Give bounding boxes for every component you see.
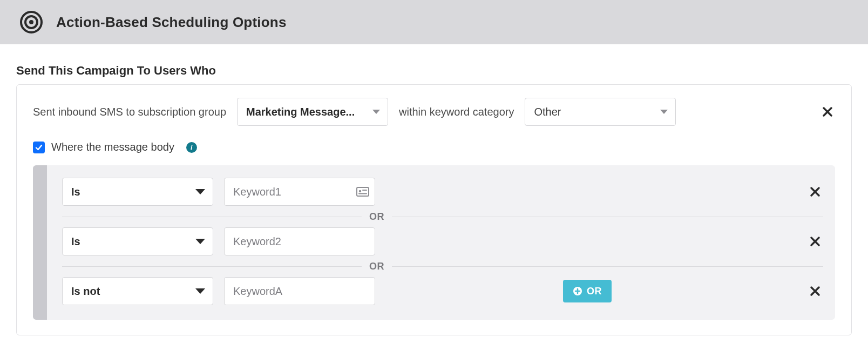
caret-down-icon	[195, 239, 205, 244]
rule-operator-select[interactable]: Is	[62, 178, 213, 206]
delete-rule-button[interactable]	[807, 233, 823, 250]
info-icon[interactable]: i	[186, 142, 197, 153]
delete-rule-button[interactable]	[807, 184, 823, 200]
keyword-category-value: Other	[534, 106, 561, 118]
rule-operator-select[interactable]: Is	[62, 227, 213, 255]
caret-down-icon	[372, 110, 380, 114]
rules-handle[interactable]	[33, 165, 47, 320]
rule-operator-value: Is	[71, 235, 80, 248]
rule-input-wrap	[224, 277, 375, 305]
caret-down-icon	[195, 189, 205, 194]
remove-trigger-button[interactable]	[820, 104, 835, 119]
page-title: Action-Based Scheduling Options	[56, 14, 287, 31]
token-insert-icon[interactable]	[356, 186, 370, 197]
svg-rect-5	[362, 190, 367, 191]
or-label: OR	[362, 211, 392, 223]
add-or-button[interactable]: OR	[563, 280, 612, 302]
rule-keyword-input[interactable]	[224, 277, 375, 305]
svg-point-2	[29, 20, 33, 24]
trigger-mid: within keyword category	[399, 106, 514, 118]
rule-input-wrap	[224, 178, 375, 206]
rule-row: Is	[62, 225, 823, 258]
rule-keyword-input[interactable]	[224, 178, 375, 206]
or-divider: OR	[62, 208, 823, 225]
svg-point-4	[359, 190, 361, 192]
rule-input-wrap	[224, 227, 375, 255]
section-title: Send This Campaign To Users Who	[0, 44, 868, 84]
rule-row: Is not OR	[62, 274, 823, 308]
rule-keyword-input[interactable]	[224, 227, 375, 255]
header-band: Action-Based Scheduling Options	[0, 0, 868, 44]
delete-rule-button[interactable]	[807, 283, 823, 299]
plus-circle-icon	[573, 286, 582, 296]
divider-line	[62, 217, 362, 217]
divider-line	[392, 266, 823, 267]
svg-rect-6	[358, 193, 367, 194]
caret-down-icon	[195, 288, 205, 294]
keyword-category-select[interactable]: Other	[525, 98, 676, 126]
rule-operator-value: Is not	[71, 285, 100, 298]
divider-line	[62, 266, 362, 267]
rule-row: Is	[62, 175, 823, 208]
rule-operator-select[interactable]: Is not	[62, 277, 213, 305]
svg-rect-3	[357, 187, 369, 196]
trigger-row: Sent inbound SMS to subscription group M…	[33, 98, 835, 126]
divider-line	[392, 217, 823, 217]
rules-body: Is	[47, 165, 835, 320]
where-body-checkbox[interactable]	[33, 142, 45, 153]
subscription-group-value: Marketing Message...	[246, 106, 355, 118]
target-icon	[19, 10, 43, 34]
where-row: Where the message body i	[33, 126, 835, 153]
add-or-label: OR	[587, 286, 602, 297]
rules-block: Is	[33, 165, 835, 320]
caret-down-icon	[660, 110, 668, 114]
rule-operator-value: Is	[71, 186, 80, 198]
trigger-prefix: Sent inbound SMS to subscription group	[33, 106, 226, 118]
or-label: OR	[362, 261, 392, 272]
subscription-group-select[interactable]: Marketing Message...	[237, 98, 388, 126]
or-divider: OR	[62, 258, 823, 274]
where-body-label: Where the message body	[51, 141, 174, 153]
trigger-card: Sent inbound SMS to subscription group M…	[16, 84, 852, 335]
